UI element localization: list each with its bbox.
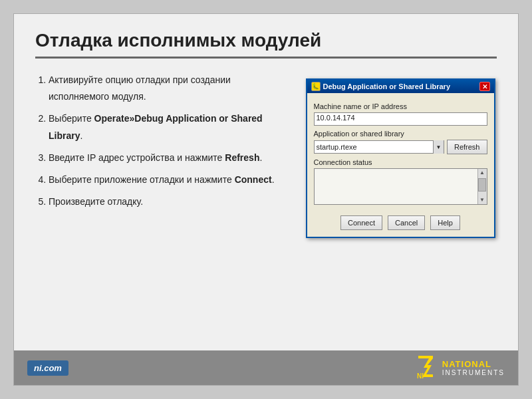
dialog-title: Debug Application or Shared Library (323, 82, 451, 90)
step-1: Активируйте опцию отладки при создании и… (49, 72, 291, 105)
step-3: Введите IP адрес устройства и нажмите Re… (49, 150, 291, 166)
slide: Отладка исполнимых модулей Активируйте о… (13, 13, 519, 386)
slide-content: Активируйте опцию отладки при создании и… (35, 72, 497, 345)
dialog-titlebar: 🐛 Debug Application or Shared Library ✕ (307, 80, 494, 93)
scrollbar-vertical[interactable]: ▲ ▼ (477, 169, 487, 204)
scroll-down-arrow[interactable]: ▼ (479, 198, 485, 203)
connection-status-label: Connection status (314, 158, 487, 166)
refresh-button[interactable]: Refresh (447, 140, 487, 154)
ni-logo: NI NATIONAL INSTRUMENTS (414, 356, 505, 380)
machine-input[interactable]: 10.0.14.174 (314, 112, 487, 126)
ni-com-badge: ni.com (27, 360, 68, 376)
dialog-app-icon: 🐛 (311, 82, 321, 91)
dialog-footer: Connect Cancel Help (307, 210, 494, 237)
company-name-line2: INSTRUMENTS (442, 369, 505, 376)
ni-logo-text-block: NATIONAL INSTRUMENTS (442, 359, 505, 377)
dialog-close-button[interactable]: ✕ (479, 82, 490, 91)
company-name-line1: NATIONAL (442, 359, 491, 370)
slide-title: Отладка исполнимых модулей (35, 30, 497, 59)
debug-dialog: 🐛 Debug Application or Shared Library ✕ … (306, 78, 495, 238)
app-dropdown[interactable]: startup.rtexe ▼ (314, 140, 444, 154)
step-5: Произведите отладку. (49, 194, 291, 210)
connect-button[interactable]: Connect (340, 215, 382, 230)
slide-footer: ni.com NI NATIONAL INSTRUMENTS (14, 350, 518, 385)
dialog-body: Machine name or IP address 10.0.14.174 A… (307, 93, 494, 210)
connection-status-box: ▲ ▼ (314, 168, 487, 205)
svg-text:NI: NI (417, 372, 424, 380)
scroll-up-arrow[interactable]: ▲ (479, 170, 485, 176)
dropdown-arrow-icon: ▼ (433, 140, 444, 154)
instructions-list: Активируйте опцию отладки при создании и… (35, 72, 291, 345)
step-2: Выберите Operate»Debug Application or Sh… (49, 110, 291, 144)
app-field-row: startup.rtexe ▼ Refresh (314, 140, 487, 154)
steps-ordered-list: Активируйте опцию отладки при создании и… (49, 72, 291, 210)
scroll-thumb[interactable] (478, 178, 486, 192)
step-4: Выберите приложение отладки и нажмите Co… (49, 172, 291, 188)
titlebar-left: 🐛 Debug Application or Shared Library (311, 82, 451, 91)
app-label: Application or shared library (314, 130, 487, 138)
cancel-button[interactable]: Cancel (388, 215, 425, 230)
dialog-area: 🐛 Debug Application or Shared Library ✕ … (304, 72, 497, 345)
help-button[interactable]: Help (430, 215, 460, 230)
machine-label: Machine name or IP address (314, 102, 487, 110)
ni-logo-icon: NI (414, 356, 438, 380)
